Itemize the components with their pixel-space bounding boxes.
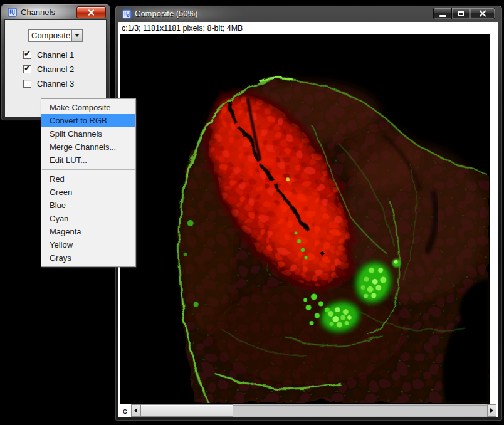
scroll-left-button[interactable]	[131, 404, 140, 417]
image-canvas[interactable]	[120, 34, 490, 404]
display-mode-dropdown[interactable]: Composite	[28, 29, 83, 42]
imagej-icon	[8, 8, 17, 17]
channels-context-menu: Make Composite Convert to RGB Split Chan…	[41, 98, 136, 267]
image-window-content: c:1/3; 1181x1181 pixels; 8-bit; 4MB	[118, 22, 498, 417]
composite-image-window: Composite (50%) c:1/3; 1181x1181 pixels;…	[115, 5, 503, 421]
menu-item-magenta[interactable]: Magenta	[41, 225, 135, 238]
micrograph-image	[120, 34, 489, 403]
close-button[interactable]	[470, 8, 495, 19]
menu-item-yellow[interactable]: Yellow	[41, 238, 135, 251]
menu-item-merge-channels[interactable]: Merge Channels...	[41, 140, 135, 154]
channel-slider-row: c	[118, 404, 498, 417]
maximize-button[interactable]	[451, 8, 470, 19]
menu-item-make-composite[interactable]: Make Composite	[41, 101, 135, 114]
arrow-right-icon	[490, 408, 493, 413]
checkbox-icon[interactable]	[23, 80, 31, 88]
close-icon	[479, 10, 486, 17]
display-mode-value: Composite	[29, 30, 71, 41]
menu-item-edit-lut[interactable]: Edit LUT...	[41, 154, 135, 167]
menu-item-green[interactable]: Green	[41, 186, 135, 199]
desktop: Channels Composite ✔ Channel 1 ✔ Channel…	[0, 0, 504, 425]
menu-item-red[interactable]: Red	[41, 172, 135, 186]
channel-2-label: Channel 2	[37, 65, 74, 74]
scroll-right-button[interactable]	[487, 404, 496, 417]
imagej-icon	[122, 9, 132, 19]
menu-separator	[42, 169, 135, 170]
menu-item-blue[interactable]: Blue	[41, 199, 135, 212]
maximize-icon	[458, 11, 464, 16]
channels-window-title: Channels	[21, 4, 55, 20]
channel-3-checkbox[interactable]: Channel 3	[23, 78, 74, 88]
checkmark-icon: ✔	[24, 49, 31, 58]
checkmark-icon: ✔	[24, 63, 31, 73]
scrollbar-thumb[interactable]	[140, 404, 233, 417]
checkbox-icon[interactable]: ✔	[23, 65, 31, 73]
channel-2-checkbox[interactable]: ✔ Channel 2	[23, 64, 74, 74]
menu-item-convert-to-rgb[interactable]: Convert to RGB	[41, 114, 135, 127]
minimize-button[interactable]	[433, 8, 452, 19]
menu-item-grays[interactable]: Grays	[41, 251, 135, 265]
channel-slider-label: c	[123, 406, 131, 416]
minimize-icon	[439, 15, 446, 17]
channels-titlebar[interactable]: Channels	[1, 4, 110, 20]
close-button[interactable]	[76, 6, 106, 18]
checkbox-icon[interactable]: ✔	[23, 51, 31, 59]
image-window-titlebar[interactable]: Composite (50%)	[115, 6, 502, 22]
menu-item-cyan[interactable]: Cyan	[41, 212, 135, 225]
image-window-title: Composite (50%)	[135, 6, 197, 22]
channel-1-checkbox[interactable]: ✔ Channel 1	[23, 50, 74, 60]
channel-3-label: Channel 3	[37, 79, 74, 88]
channel-1-label: Channel 1	[37, 50, 74, 60]
image-info-bar: c:1/3; 1181x1181 pixels; 8-bit; 4MB	[118, 22, 498, 34]
chevron-down-icon[interactable]	[71, 30, 82, 41]
channel-scrollbar[interactable]	[131, 404, 496, 417]
arrow-left-icon	[134, 408, 137, 413]
menu-item-split-channels[interactable]: Split Channels	[41, 127, 135, 140]
window-controls	[434, 8, 495, 19]
